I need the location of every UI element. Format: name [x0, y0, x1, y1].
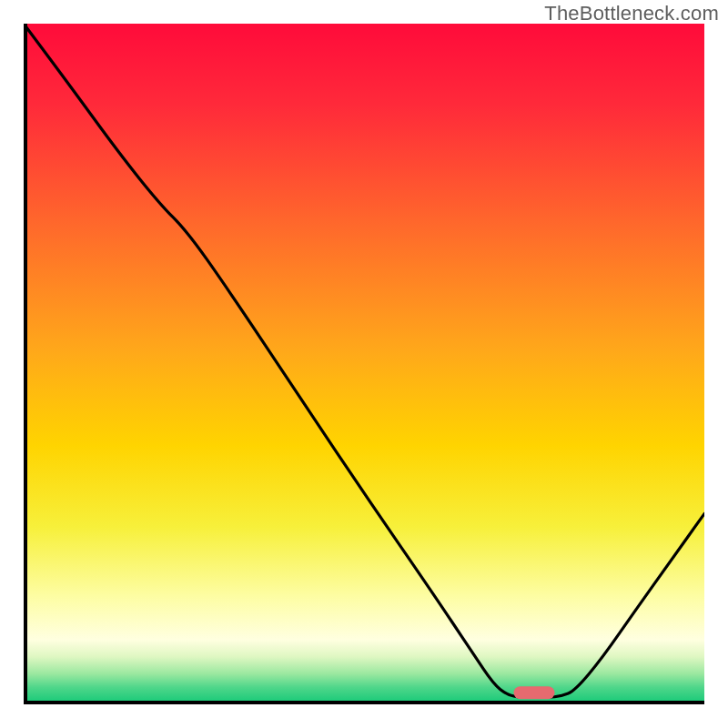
chart-area [24, 24, 704, 704]
gradient-background [24, 24, 704, 704]
watermark-text: TheBottleneck.com [544, 2, 719, 25]
optimal-range-marker [514, 686, 555, 699]
chart-svg [24, 24, 704, 704]
